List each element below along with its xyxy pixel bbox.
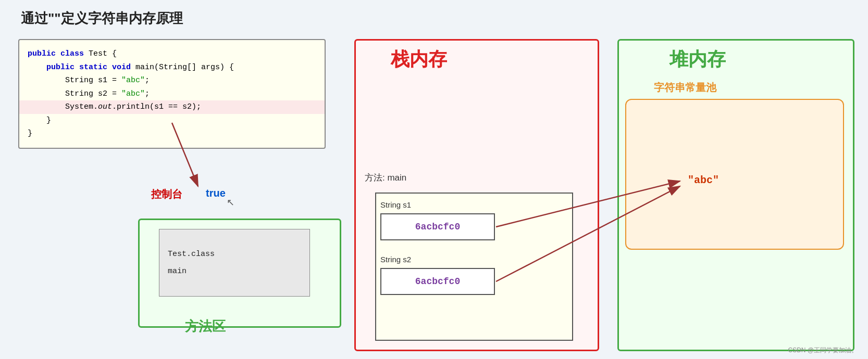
string-pool-label: 字符串常量池 [654,81,716,95]
stack-s1-box: 6acbcfc0 [380,213,495,240]
console-label: 控制台 [151,187,182,201]
stack-s2-label: String s2 [380,255,411,264]
stack-s1-label: String s1 [380,200,411,209]
code-line-5: System.out.println(s1 == s2); [19,100,325,114]
console-value: true [206,187,226,199]
method-area-label: 方法区 [185,317,226,336]
code-line-2: public static void main(String[] args) { [28,61,316,74]
stack-title: 栈内存 [391,47,447,72]
code-line-7: } [28,127,316,140]
page-title: 通过""定义字符串内存原理 [21,9,183,28]
stack-method-label: 方法: main [365,172,406,184]
stack-s2-value: 6acbcfc0 [415,276,460,287]
code-line-6: } [28,114,316,127]
watermark: CSDN @王同学要加油。 [788,346,858,355]
code-block: public class Test { public static void m… [18,39,326,149]
cursor-icon: ↖ [227,197,234,208]
method-area-method: main [168,267,309,276]
stack-s2-box: 6acbcfc0 [380,268,495,295]
string-pool-box [625,99,844,250]
code-line-4: String s2 = "abc"; [28,87,316,101]
code-line-1: public class Test { [28,47,316,61]
method-area-class: Test.class [168,250,309,259]
method-area-inner: Test.class main [159,229,310,297]
heap-title: 堆内存 [669,47,726,72]
stack-s1-value: 6acbcfc0 [415,222,460,232]
string-value: "abc" [688,174,719,186]
code-line-3: String s1 = "abc"; [28,74,316,87]
